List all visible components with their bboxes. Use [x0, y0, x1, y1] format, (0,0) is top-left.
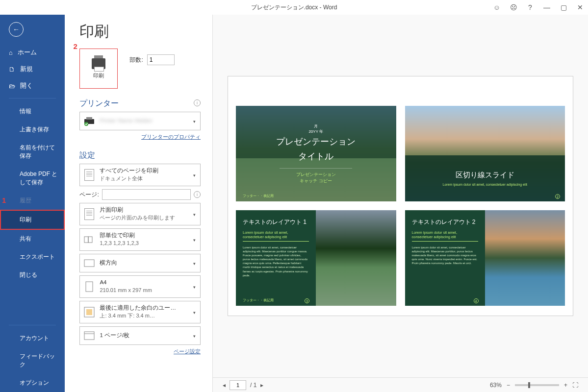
- zoom-out-icon[interactable]: −: [507, 382, 510, 389]
- chevron-down-icon: ▾: [193, 285, 197, 289]
- page-setup-link[interactable]: ページ設定: [79, 348, 201, 355]
- sides-select[interactable]: 片面印刷ページの片面のみを印刷します ▾: [79, 203, 201, 225]
- help-icon[interactable]: ?: [526, 3, 534, 11]
- page-title: 印刷: [79, 22, 201, 42]
- collate-select[interactable]: 部単位で印刷1,2,3 1,2,3 1,2,3 ▾: [79, 228, 201, 251]
- slide-4: テキストのレイアウト 2 Lorem ipsum dolor sit amet,…: [405, 210, 565, 306]
- slide-3: テキストのレイアウト 1 Lorem ipsum dolor sit amet,…: [236, 210, 396, 306]
- info-icon[interactable]: i: [194, 99, 201, 106]
- chevron-down-icon: ▾: [193, 261, 197, 265]
- slide-2: 区切り線スライド Lorem ipsum dolor sit amet, con…: [405, 106, 565, 201]
- prev-page-icon[interactable]: ◂: [223, 382, 226, 389]
- divider: [9, 325, 56, 325]
- sidebar-item-adobepdf[interactable]: Adobe PDF として保存: [0, 165, 65, 192]
- printer-section-label: プリンター i: [79, 98, 201, 109]
- sidebar-item-open[interactable]: 🗁開く: [0, 77, 65, 94]
- svg-rect-8: [86, 309, 92, 315]
- sidebar-item-share[interactable]: 共有: [0, 230, 65, 248]
- chevron-down-icon: ▾: [193, 238, 197, 242]
- sidebar-item-print[interactable]: 印刷: [0, 210, 65, 230]
- annotation-2: 2: [73, 42, 77, 50]
- sidebar-item-new[interactable]: 🗋新規: [0, 61, 65, 77]
- zoom-slider[interactable]: [515, 384, 559, 386]
- annotation-1: 1: [2, 196, 6, 204]
- sidebar-item-options[interactable]: オプション: [0, 374, 65, 392]
- zoom-in-icon[interactable]: +: [564, 382, 567, 389]
- svg-rect-1: [86, 117, 92, 120]
- svg-rect-4: [88, 237, 92, 243]
- info-icon[interactable]: i: [194, 191, 201, 198]
- chevron-down-icon: ▾: [193, 119, 197, 123]
- sidebar-item-close[interactable]: 閉じる: [0, 266, 65, 284]
- titlebar-controls: ☺ ☹ ? — ▢ ✕: [493, 3, 584, 11]
- sidebar-item-info[interactable]: 情報: [0, 102, 65, 121]
- current-page-input[interactable]: [230, 380, 246, 390]
- divider: [9, 98, 56, 98]
- svg-rect-9: [84, 332, 94, 340]
- printer-select[interactable]: Printer Name Hidden ▾: [79, 112, 201, 130]
- settings-section-label: 設定: [79, 150, 201, 161]
- chevron-down-icon: ▾: [193, 173, 197, 177]
- printer-icon: [92, 58, 105, 69]
- copies-label: 部数:: [129, 56, 143, 64]
- copies-input[interactable]: [147, 54, 175, 65]
- titlebar: プレゼンテーション.docx - Word ☺ ☹ ? — ▢ ✕: [0, 0, 588, 15]
- pages-per-sheet-select[interactable]: 1 ページ/枚 ▾: [79, 326, 201, 345]
- slide-1: 月 20YY 年 プレゼンテーション タイトル プレゼンテーションキャッチ コピ…: [236, 106, 396, 201]
- pages-label: ページ:: [79, 191, 99, 199]
- close-icon[interactable]: ✕: [576, 3, 584, 11]
- sidebar-item-export[interactable]: エクスポート: [0, 248, 65, 266]
- printer-ready-icon: [83, 115, 96, 127]
- minimize-icon[interactable]: —: [543, 3, 551, 11]
- sidebar-item-feedback[interactable]: フィードバック: [0, 347, 65, 374]
- sidebar-item-saveas[interactable]: 名前を付けて保存: [0, 139, 65, 165]
- zoom-label: 63%: [490, 382, 502, 389]
- page-icon: [83, 280, 96, 293]
- maximize-icon[interactable]: ▢: [560, 3, 567, 11]
- page-total: / 1: [250, 382, 256, 389]
- chevron-down-icon: ▾: [193, 212, 197, 216]
- orientation-select[interactable]: 横方向 ▾: [79, 254, 201, 272]
- fit-page-icon[interactable]: ⛶: [572, 382, 578, 389]
- preview-pane: 月 20YY 年 プレゼンテーション タイトル プレゼンテーションキャッチ コピ…: [213, 15, 588, 392]
- next-page-icon[interactable]: ▸: [260, 382, 263, 389]
- sidebar-item-account[interactable]: アカウント: [0, 329, 65, 347]
- sidebar-item-history: 履歴: [0, 192, 65, 210]
- one-side-icon: [83, 208, 96, 220]
- collate-icon: [83, 233, 96, 246]
- printer-properties-link[interactable]: プリンターのプロパティ: [79, 133, 201, 141]
- print-settings-panel: 印刷 2 印刷 部数: プリンター i Printer Name Hidden …: [65, 15, 213, 392]
- margins-select[interactable]: 最後に適用した余白のユー…上: 3.4 mm 下: 3.4 m… ▾: [79, 301, 201, 323]
- margins-icon: [83, 306, 96, 318]
- back-button[interactable]: ←: [9, 22, 24, 37]
- sidebar-item-home[interactable]: ⌂ホーム: [0, 44, 65, 61]
- sidebar-item-save[interactable]: 上書き保存: [0, 121, 65, 139]
- svg-rect-3: [84, 237, 88, 243]
- document-icon: 🗋: [9, 66, 15, 73]
- chevron-down-icon: ▾: [193, 334, 197, 338]
- papersize-select[interactable]: A4210.01 mm x 297 mm ▾: [79, 275, 201, 298]
- window-title: プレゼンテーション.docx - Word: [251, 3, 337, 12]
- preview-footer: ◂ / 1 ▸ 63% − + ⛶: [213, 377, 588, 392]
- print-range-select[interactable]: すべてのページを印刷ドキュメント全体 ▾: [79, 164, 201, 186]
- backstage-sidebar: ← ⌂ホーム 🗋新規 🗁開く 情報 上書き保存 名前を付けて保存 Adobe P…: [0, 15, 65, 392]
- pages-input[interactable]: [102, 189, 191, 200]
- print-button[interactable]: 2 印刷: [79, 49, 118, 89]
- folder-open-icon: 🗁: [9, 82, 15, 90]
- svg-rect-6: [86, 282, 93, 292]
- chevron-down-icon: ▾: [193, 310, 197, 314]
- svg-rect-5: [84, 260, 94, 267]
- print-preview-page: 月 20YY 年 プレゼンテーション タイトル プレゼンテーションキャッチ コピ…: [228, 76, 573, 316]
- frown-icon[interactable]: ☹: [510, 3, 517, 11]
- document-icon: [83, 169, 96, 181]
- smile-icon[interactable]: ☺: [493, 3, 501, 11]
- home-icon: ⌂: [9, 49, 13, 56]
- svg-point-2: [84, 122, 88, 126]
- sheet-icon: [83, 329, 96, 342]
- landscape-icon: [83, 257, 96, 270]
